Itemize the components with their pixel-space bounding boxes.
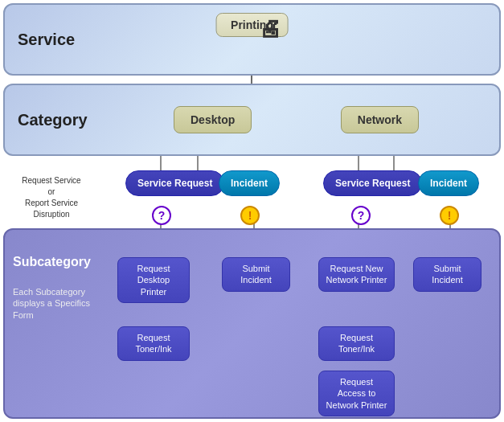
subcategory-label: Subcategory xyxy=(13,254,101,269)
request-toner-ink-desktop-box[interactable]: Request Toner/Ink xyxy=(117,326,190,361)
desktop-service-request-pill[interactable]: Service Request xyxy=(125,170,224,196)
request-toner-ink-desktop-label: Request Toner/Ink xyxy=(135,333,171,354)
submit-incident-desktop-box[interactable]: Submit Incident xyxy=(222,257,290,292)
request-desktop-printer-label: Request Desktop Printer xyxy=(137,264,170,297)
network-sr-label: Service Request xyxy=(335,178,410,189)
network-sr-question-badge: ? xyxy=(351,206,371,225)
submit-incident-network-label: Submit Incident xyxy=(432,264,463,285)
printer-icon: 🖨 xyxy=(259,15,281,42)
request-access-network-printer-box[interactable]: Request Access to Network Printer xyxy=(318,371,395,416)
category-label: Category xyxy=(5,111,101,129)
desktop-incident-pill[interactable]: Incident xyxy=(219,170,280,196)
network-incident-label: Incident xyxy=(430,178,467,189)
request-new-network-printer-box[interactable]: Request New Network Printer xyxy=(318,257,395,292)
diagram: Service Printing 🖨 Category Desktop Netw… xyxy=(0,0,504,422)
type-row: Request ServiceorReport Service Disrupti… xyxy=(3,164,501,220)
service-row: Service Printing 🖨 xyxy=(3,3,501,76)
desktop-label: Desktop xyxy=(191,113,235,126)
request-toner-ink-network-box[interactable]: Request Toner/Ink xyxy=(318,326,395,361)
desktop-incident-label: Incident xyxy=(231,178,268,189)
desktop-sr-label: Service Request xyxy=(137,178,212,189)
request-new-network-printer-label: Request New Network Printer xyxy=(326,264,387,285)
network-incident-pill[interactable]: Incident xyxy=(418,170,479,196)
desktop-sr-question-badge: ? xyxy=(152,206,171,225)
printing-node: Printing 🖨 xyxy=(215,13,289,37)
submit-incident-desktop-label: Submit Incident xyxy=(240,264,272,285)
service-label: Service xyxy=(5,31,101,49)
category-row: Category Desktop Network xyxy=(3,84,501,156)
desktop-incident-exclamation-badge: ! xyxy=(240,206,260,225)
subcategory-row: Subcategory Each Subcategory displays a … xyxy=(3,228,501,419)
request-desktop-printer-box[interactable]: Request Desktop Printer xyxy=(117,257,190,303)
network-incident-exclamation-badge: ! xyxy=(440,206,459,225)
network-service-request-pill[interactable]: Service Request xyxy=(323,170,422,196)
network-node: Network xyxy=(341,106,419,133)
network-label: Network xyxy=(358,113,402,126)
subcategory-sublabel: Each Subcategory displays a Specifics Fo… xyxy=(13,286,101,321)
submit-incident-network-box[interactable]: Submit Incident xyxy=(413,257,481,292)
request-access-network-printer-label: Request Access to Network Printer xyxy=(326,377,387,410)
request-toner-ink-network-label: Request Toner/Ink xyxy=(338,333,375,354)
desktop-node: Desktop xyxy=(174,106,252,133)
request-service-label: Request ServiceorReport Service Disrupti… xyxy=(11,175,92,220)
